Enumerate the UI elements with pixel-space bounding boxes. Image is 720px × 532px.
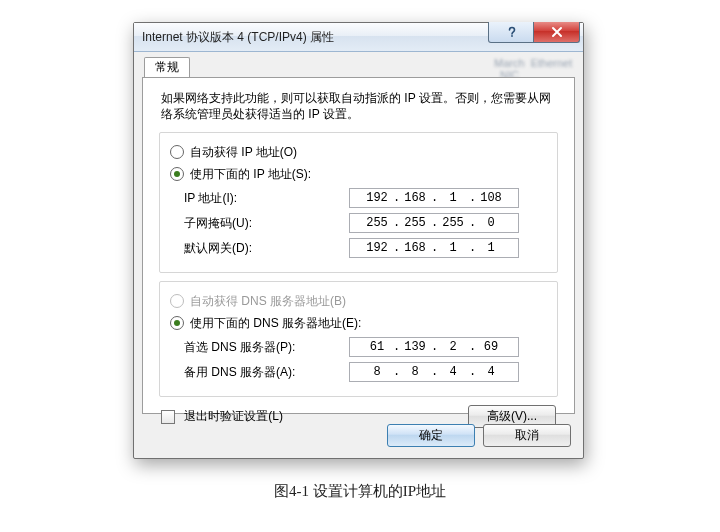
radio-icon bbox=[170, 294, 184, 308]
dialog-footer: 确定 取消 bbox=[142, 420, 575, 450]
help-button[interactable] bbox=[488, 22, 535, 43]
subnet-mask-input[interactable]: 255. 255. 255. 0 bbox=[349, 213, 519, 233]
gateway-input[interactable]: 192. 168. 1. 1 bbox=[349, 238, 519, 258]
ip-address-input[interactable]: 192. 168. 1. 108 bbox=[349, 188, 519, 208]
radio-icon bbox=[170, 316, 184, 330]
radio-icon bbox=[170, 145, 184, 159]
dns-alternate-input[interactable]: 8. 8. 4. 4 bbox=[349, 362, 519, 382]
tabstrip: 常规 bbox=[144, 57, 190, 78]
tab-panel-general: 如果网络支持此功能，则可以获取自动指派的 IP 设置。否则，您需要从网络系统管理… bbox=[142, 77, 575, 414]
dns-alternate-label: 备用 DNS 服务器(A): bbox=[170, 364, 349, 381]
description-text: 如果网络支持此功能，则可以获取自动指派的 IP 设置。否则，您需要从网络系统管理… bbox=[161, 90, 556, 122]
ip-group: 自动获得 IP 地址(O) 使用下面的 IP 地址(S): IP 地址(I): … bbox=[159, 132, 558, 273]
help-icon bbox=[505, 25, 519, 39]
gateway-label: 默认网关(D): bbox=[170, 240, 349, 257]
dns-auto-option: 自动获得 DNS 服务器地址(B) bbox=[170, 292, 547, 310]
radio-icon bbox=[170, 167, 184, 181]
dns-alternate-row: 备用 DNS 服务器(A): 8. 8. 4. 4 bbox=[170, 361, 547, 383]
dns-preferred-input[interactable]: 61. 139. 2. 69 bbox=[349, 337, 519, 357]
ip-address-label: IP 地址(I): bbox=[170, 190, 349, 207]
ip-address-row: IP 地址(I): 192. 168. 1. 108 bbox=[170, 187, 547, 209]
tab-general[interactable]: 常规 bbox=[144, 57, 190, 77]
ip-manual-label: 使用下面的 IP 地址(S): bbox=[190, 166, 311, 183]
dns-manual-label: 使用下面的 DNS 服务器地址(E): bbox=[190, 315, 361, 332]
titlebar[interactable]: Internet 协议版本 4 (TCP/IPv4) 属性 March Ethe… bbox=[134, 23, 583, 52]
figure-caption: 图4-1 设置计算机的IP地址 bbox=[0, 482, 720, 501]
close-icon bbox=[550, 25, 564, 39]
svg-point-0 bbox=[511, 35, 513, 37]
dns-group: 自动获得 DNS 服务器地址(B) 使用下面的 DNS 服务器地址(E): 首选… bbox=[159, 281, 558, 397]
subnet-mask-label: 子网掩码(U): bbox=[170, 215, 349, 232]
ok-button[interactable]: 确定 bbox=[387, 424, 475, 447]
dns-preferred-row: 首选 DNS 服务器(P): 61. 139. 2. 69 bbox=[170, 336, 547, 358]
dns-preferred-label: 首选 DNS 服务器(P): bbox=[170, 339, 349, 356]
ip-manual-option[interactable]: 使用下面的 IP 地址(S): bbox=[170, 165, 547, 183]
window-title: Internet 协议版本 4 (TCP/IPv4) 属性 bbox=[142, 29, 334, 46]
cancel-button[interactable]: 取消 bbox=[483, 424, 571, 447]
ipv4-properties-dialog: Internet 协议版本 4 (TCP/IPv4) 属性 March Ethe… bbox=[133, 22, 584, 459]
dns-auto-label: 自动获得 DNS 服务器地址(B) bbox=[190, 293, 346, 310]
ip-auto-option[interactable]: 自动获得 IP 地址(O) bbox=[170, 143, 547, 161]
dns-manual-option[interactable]: 使用下面的 DNS 服务器地址(E): bbox=[170, 314, 547, 332]
gateway-row: 默认网关(D): 192. 168. 1. 1 bbox=[170, 237, 547, 259]
subnet-mask-row: 子网掩码(U): 255. 255. 255. 0 bbox=[170, 212, 547, 234]
close-button[interactable] bbox=[533, 22, 580, 43]
ip-auto-label: 自动获得 IP 地址(O) bbox=[190, 144, 297, 161]
